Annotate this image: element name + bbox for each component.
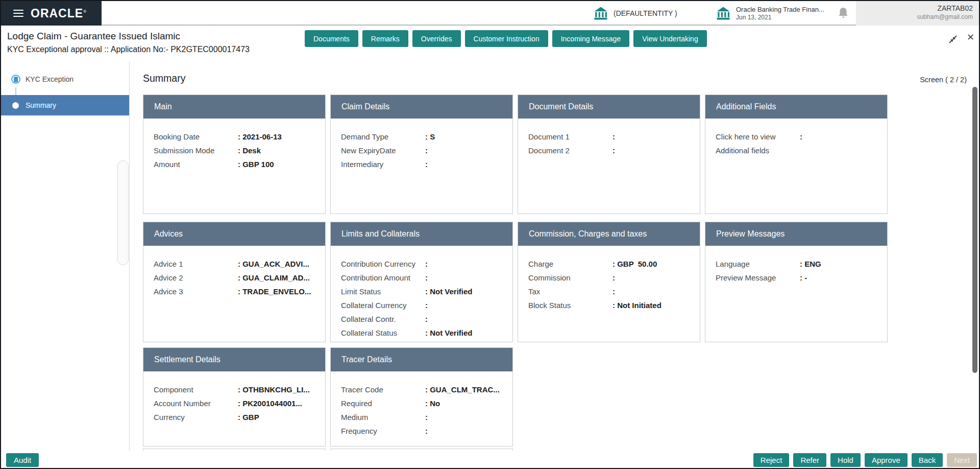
summary-content: Summary Screen ( 2 / 2) Main Booking Dat… — [130, 61, 979, 468]
field-label: Frequency — [341, 424, 425, 438]
in-progress-step-icon — [11, 75, 20, 84]
field-label: Account Number — [154, 396, 238, 410]
field-row: Charge: GBP 50.00 — [528, 257, 691, 271]
field-row: Language: ENG — [716, 257, 878, 271]
collapse-icon[interactable] — [947, 34, 959, 46]
field-value: : — [425, 157, 428, 171]
audit-button[interactable]: Audit — [6, 453, 39, 467]
card-limits-collaterals: Limits and Collaterals Contribution Curr… — [330, 222, 513, 342]
page-scrollbar-thumb[interactable] — [972, 87, 977, 373]
sidebar-item-kyc-exception[interactable]: KYC Exception — [1, 71, 129, 88]
card-header: Advices — [143, 222, 325, 246]
bank-icon — [593, 6, 608, 21]
field-row: Click here to view Additional fields: — [716, 130, 878, 157]
hamburger-menu-icon[interactable] — [13, 8, 23, 19]
field-label: Intermediary — [341, 157, 425, 171]
card-header: Settlement Details — [143, 348, 325, 371]
card-additional-fields: Additional Fields Click here to view Add… — [705, 95, 888, 214]
field-value: : TRADE_ENVELO... — [238, 285, 311, 298]
field-value: : — [612, 271, 615, 285]
refer-button[interactable]: Refer — [793, 453, 826, 467]
field-label: Collateral Currency — [341, 298, 425, 312]
card-header: Document Details — [518, 95, 700, 119]
card-settlement-details: Settlement Details Component: OTHBNKCHG_… — [143, 347, 326, 447]
overrides-button[interactable]: Overrides — [412, 30, 461, 47]
field-row: Document 1: — [528, 130, 691, 144]
top-navbar: ORACLE® (DEFAULTENTITY ) — [1, 1, 979, 26]
field-label: Charge — [528, 257, 612, 271]
field-value: : — [612, 285, 615, 298]
action-toolbar: Documents Remarks Overrides Customer Ins… — [305, 30, 707, 47]
field-value: : GBP 50.00 — [612, 257, 657, 271]
card-preview-messages: Preview Messages Language: ENG Preview M… — [705, 222, 888, 342]
summary-heading: Summary — [143, 73, 185, 84]
field-row: Currency: GBP — [154, 410, 316, 424]
field-row: Frequency: — [341, 424, 503, 438]
application-name: Oracle Banking Trade Finan... — [736, 6, 824, 14]
field-label: Limit Status — [341, 285, 425, 298]
user-id: ZARTAB02 — [856, 4, 973, 12]
application-name-block: Oracle Banking Trade Finan... Jun 13, 20… — [736, 6, 824, 21]
sidebar-item-summary[interactable]: Summary — [1, 95, 129, 115]
field-value: : — [800, 130, 802, 144]
entity-label: (DEFAULTENTITY ) — [614, 9, 677, 17]
card-header: Preview Messages — [705, 222, 887, 246]
field-row: Advice 2: GUA_CLAIM_AD... — [154, 271, 316, 285]
panel-scrollbar[interactable] — [117, 160, 129, 265]
card-header: Main — [143, 95, 325, 119]
field-value: : ENG — [800, 257, 821, 271]
field-value: : Not Verified — [425, 326, 473, 340]
field-row: Tax: — [528, 285, 691, 298]
user-profile[interactable]: ZARTAB02 subham@gmail.com — [856, 1, 980, 26]
field-row: New ExpiryDate: — [341, 144, 503, 157]
field-label: Preview Message — [716, 271, 800, 285]
field-row: Collateral Contr.: — [341, 312, 503, 326]
field-value: : — [425, 312, 428, 326]
hold-button[interactable]: Hold — [830, 453, 861, 467]
field-value: : — [425, 144, 428, 157]
footer-bar: Audit Reject Refer Hold Approve Back Nex… — [1, 451, 980, 469]
field-label: Required — [341, 396, 425, 410]
stage-sidebar: KYC Exception Summary — [1, 61, 130, 451]
sidebar-item-label: KYC Exception — [26, 75, 74, 83]
field-value: : — [425, 257, 428, 271]
field-value: : — [612, 130, 615, 144]
remarks-button[interactable]: Remarks — [362, 30, 408, 47]
card-document-details: Document Details Document 1: Document 2: — [518, 95, 700, 214]
notifications-bell-icon[interactable] — [837, 7, 849, 20]
application-entity[interactable]: Oracle Banking Trade Finan... Jun 13, 20… — [716, 1, 824, 26]
customer-instruction-button[interactable]: Customer Instruction — [465, 30, 548, 47]
field-label: Tax — [528, 285, 612, 298]
card-header: Additional Fields — [705, 95, 887, 119]
card-header: Tracer Details — [331, 348, 512, 371]
field-label: Currency — [154, 410, 238, 424]
field-row: Contribution Currency: — [341, 257, 503, 271]
field-value: : Not Verified — [425, 285, 473, 298]
field-label: Advice 2 — [154, 271, 238, 285]
field-value: : 2021-06-13 — [238, 130, 282, 144]
field-label: Document 2 — [528, 144, 612, 157]
field-value: : GUA_ACK_ADVI... — [238, 257, 309, 271]
incoming-message-button[interactable]: Incoming Message — [552, 30, 630, 47]
next-button[interactable]: Next — [947, 453, 977, 467]
default-entity[interactable]: (DEFAULTENTITY ) — [593, 1, 677, 26]
back-button[interactable]: Back — [912, 453, 943, 467]
field-label: Block Status — [528, 298, 612, 312]
field-row: Component: OTHBNKCHG_LI... — [154, 383, 316, 396]
field-row: Amount: GBP 100 — [154, 157, 316, 171]
documents-button[interactable]: Documents — [305, 30, 358, 47]
field-value: : — [612, 144, 615, 157]
card-header: Limits and Collaterals — [331, 222, 512, 246]
close-icon[interactable]: ✕ — [967, 32, 974, 43]
field-value: : — [425, 298, 428, 312]
field-row: Collateral Status: Not Verified — [341, 326, 503, 340]
view-undertaking-button[interactable]: View Undertaking — [633, 30, 706, 47]
field-label: Component — [154, 383, 238, 396]
field-label: Amount — [154, 157, 238, 171]
field-row: Tracer Code: GUA_CLM_TRAC... — [341, 383, 503, 396]
oracle-logo: ORACLE® — [31, 7, 87, 20]
card-claim-details: Claim Details Demand Type: S New ExpiryD… — [330, 95, 513, 214]
additional-fields-link[interactable]: Click here to view Additional fields — [716, 130, 800, 157]
reject-button[interactable]: Reject — [753, 453, 790, 467]
approve-button[interactable]: Approve — [865, 453, 908, 467]
